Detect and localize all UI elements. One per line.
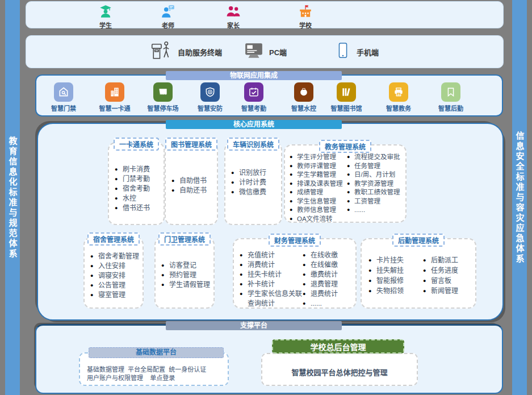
system-box-title: 财务管理系统 bbox=[269, 234, 321, 247]
system-box-title: 后勤管理系统 bbox=[392, 234, 445, 247]
list-item: 失物招领 bbox=[368, 286, 423, 296]
academic-system-box: 教务管理系统 学生评分管理教师评课管理学生学籍管理排课及课表管理成绩管理学生信息… bbox=[284, 144, 407, 223]
terminal-kiosk: 自助服务终端 bbox=[150, 36, 222, 68]
list-item: 学生家长信息关联查询统计 bbox=[240, 289, 303, 309]
school-admin-title: 学校总后台管理 bbox=[272, 339, 404, 354]
base-platform-line: 基础数据管理 平台全局配置 统一身份认证 bbox=[80, 365, 228, 374]
iot-section-title: 物联网应用集成 bbox=[166, 71, 342, 80]
list-item: 教师评课管理 bbox=[290, 162, 347, 171]
terminal-phone: 手机端 bbox=[334, 36, 379, 68]
left-rail-label: 教育信息化标准与规范体系 bbox=[7, 136, 19, 259]
user-role-teacher: 老师 bbox=[145, 4, 191, 30]
list-item: 刷卡消费 bbox=[115, 165, 161, 174]
student-icon bbox=[98, 11, 113, 20]
security-shield-icon bbox=[200, 82, 220, 102]
list-item: 工资管理 bbox=[347, 197, 404, 206]
iot-item-label: 智慧一卡通 bbox=[90, 103, 140, 113]
iot-item-label: 智慧门禁 bbox=[39, 103, 89, 113]
list-item: 在线催缴 bbox=[303, 260, 354, 270]
user-roles-panel: 学生 老师 家长 bbox=[26, 1, 504, 28]
terminal-label: PC端 bbox=[269, 47, 287, 57]
list-item: 消费统计 bbox=[240, 260, 303, 270]
user-role-parents: 家长 bbox=[211, 4, 256, 30]
right-rail-label: 信息安全标准与容灾应急体系 bbox=[514, 131, 526, 264]
system-box-items: 宿舍考勤管理入住安排调寝安排公告管理寝室管理 bbox=[85, 238, 143, 300]
system-box-items: 识别放行计时计费微信缴费 bbox=[225, 143, 281, 197]
list-item: 调寝安排 bbox=[90, 271, 141, 281]
smart-campus-architecture-diagram: 教育信息化标准与规范体系 信息安全标准与容灾应急体系 学生 老师 bbox=[0, 0, 532, 395]
library-books-icon bbox=[337, 82, 356, 102]
parking-icon bbox=[153, 82, 173, 102]
list-item: 计时计费 bbox=[231, 178, 279, 188]
list-item: 水控 bbox=[115, 194, 161, 203]
base-platform-line: 用户账户与权限管理 单点登录 bbox=[80, 374, 228, 382]
list-item: 识别放行 bbox=[231, 168, 279, 178]
system-box-items: 访客登记预约管理学生请假管理 bbox=[156, 238, 213, 290]
list-item: 留言板 bbox=[423, 276, 474, 286]
left-standards-rail: 教育信息化标准与规范体系 bbox=[5, 0, 20, 395]
iot-item-logistics: 智慧后勤 bbox=[426, 82, 476, 113]
list-item: 在线收缴 bbox=[303, 251, 354, 260]
phone-icon bbox=[334, 40, 351, 63]
list-item: 预约管理 bbox=[161, 271, 212, 280]
list-item: 缴费统计 bbox=[303, 270, 354, 280]
pc-icon bbox=[244, 41, 264, 63]
onecard-icon bbox=[105, 82, 124, 102]
list-item: 学生信息管理 bbox=[290, 197, 347, 206]
list-item: 流程提交及审批 bbox=[347, 153, 404, 162]
base-data-platform-title: 基础数据平台 bbox=[89, 347, 224, 358]
list-item: 任务管理 bbox=[347, 162, 404, 171]
gate-system-box: 门卫管理系统 访客登记预约管理学生请假管理 bbox=[154, 237, 215, 309]
logistics-system-box: 后勤管理系统 卡片挂失挂失解挂智能报修失物招领 后勤派工任务进度留言板新闻管理 bbox=[361, 238, 476, 309]
system-box-items: 流程提交及审批任务管理日/周、月计划教学资源管理教职工绩效管理工资管理.....… bbox=[347, 153, 404, 223]
system-box-items: 刷卡消费门禁考勤宿舍考勤水控借书还书 bbox=[109, 143, 164, 213]
list-item: 入住安排 bbox=[90, 261, 141, 271]
parents-icon bbox=[226, 11, 241, 20]
terminal-label: 自助服务终端 bbox=[178, 47, 222, 57]
access-control-icon bbox=[54, 82, 73, 102]
terminal-label: 手机端 bbox=[357, 47, 379, 57]
list-item: 教职工绩效管理 bbox=[347, 188, 404, 197]
system-box-items: 卡片挂失挂失解挂智能报修失物招领 bbox=[368, 255, 423, 296]
system-box-items: 在线收缴在线催缴缴费统计退费管理退费统计...... bbox=[303, 251, 354, 309]
list-item: 补卡统计 bbox=[240, 280, 303, 289]
list-item: 寝室管理 bbox=[90, 290, 141, 300]
list-item: 智能报修 bbox=[368, 276, 423, 286]
terminals-panel: 自助服务终端 PC端 手机端 bbox=[26, 35, 504, 68]
school-admin-box: 智慧校园平台总体把控与管理 bbox=[261, 353, 418, 386]
user-role-label: 老师 bbox=[145, 20, 191, 30]
user-role-label: 学生 bbox=[83, 20, 128, 30]
iot-item-label: 智慧后勤 bbox=[426, 103, 476, 113]
iot-item-library: 智慧图书馆 bbox=[321, 82, 371, 113]
kiosk-icon bbox=[150, 39, 173, 64]
attendance-calendar-icon bbox=[244, 82, 263, 102]
list-item: 教学资源管理 bbox=[347, 180, 404, 189]
academic-printer-icon bbox=[389, 82, 408, 102]
vehicle-system-box: 车辆识别系统 识别放行计时计费微信缴费 bbox=[224, 142, 282, 225]
list-item: 学生学籍管理 bbox=[290, 171, 347, 180]
core-section-title: 核心应用系统 bbox=[166, 120, 342, 129]
list-item: 任务进度 bbox=[423, 265, 474, 276]
library-system-box: 图书管理系统 自助借书自助还书 bbox=[165, 142, 218, 225]
list-item: 退费统计 bbox=[303, 289, 354, 299]
list-item: 借书还书 bbox=[115, 203, 161, 213]
system-box-items: 学生评分管理教师评课管理学生学籍管理排课及课表管理成绩管理学生信息管理教师信息管… bbox=[290, 153, 347, 223]
dorm-system-box: 宿舍管理系统 宿舍考勤管理入住安排调寝安排公告管理寝室管理 bbox=[83, 237, 144, 309]
list-item: ...... bbox=[303, 299, 354, 309]
list-item: ...... bbox=[347, 206, 404, 215]
iot-item-label: 智慧图书馆 bbox=[321, 103, 371, 113]
list-item: 卡片挂失 bbox=[368, 255, 423, 265]
list-item: 新闻管理 bbox=[423, 286, 474, 296]
system-box-items: 自助借书自助还书 bbox=[166, 143, 217, 196]
onecard-system-box: 一卡通系统 刷卡消费门禁考勤宿舍考勤水控借书还书 bbox=[108, 142, 165, 225]
list-item: 访客登记 bbox=[161, 261, 212, 271]
list-item: 门禁考勤 bbox=[115, 174, 161, 184]
iot-item-label: 智慧停车场 bbox=[138, 103, 188, 113]
core-systems-panel: 核心应用系统 一卡通系统 刷卡消费门禁考勤宿舍考勤水控借书还书 图书管理系统 自… bbox=[37, 123, 504, 321]
support-platform-panel: 支撑平台 基础数据平台 基础数据管理 平台全局配置 统一身份认证 用户账户与权限… bbox=[35, 324, 503, 394]
list-item: 退费管理 bbox=[303, 280, 354, 289]
list-item: 公告管理 bbox=[90, 281, 141, 290]
water-control-icon bbox=[294, 82, 313, 102]
list-item: 日/周、月计划 bbox=[347, 171, 404, 180]
iot-item-label: 智慧考勤 bbox=[229, 103, 279, 113]
